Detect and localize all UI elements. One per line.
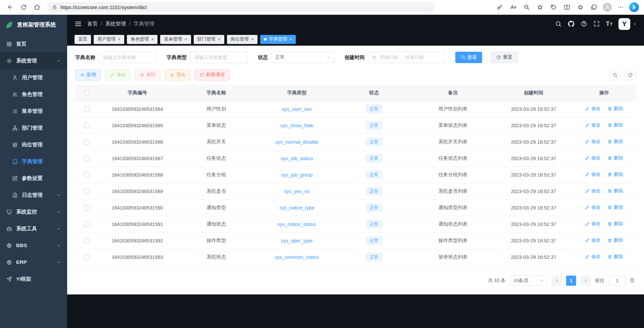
row-edit-button[interactable]: 修改 bbox=[585, 237, 601, 243]
row-delete-button[interactable]: 删除 bbox=[607, 172, 623, 178]
row-edit-button[interactable]: 修改 bbox=[585, 204, 601, 210]
next-page-button[interactable] bbox=[581, 276, 591, 286]
dict-name-input[interactable] bbox=[99, 52, 156, 63]
sidebar-item-yi-framework[interactable]: Yi框架 bbox=[0, 271, 67, 287]
collapse-menu-icon[interactable] bbox=[75, 20, 82, 28]
dict-type-link[interactable]: sys_user_sex bbox=[282, 106, 312, 112]
sidebar-group-log-mgmt[interactable]: 日志管理 bbox=[0, 187, 67, 203]
font-size-icon[interactable]: TT bbox=[606, 20, 612, 28]
breadcrumb-home[interactable]: 首页 bbox=[87, 20, 98, 28]
sidebar-group-bbs[interactable]: BBS bbox=[0, 237, 67, 254]
row-delete-button[interactable]: 删除 bbox=[607, 155, 623, 161]
zoom-button[interactable] bbox=[520, 2, 533, 13]
tab-user-mgmt[interactable]: 用户管理× bbox=[94, 35, 124, 44]
close-icon[interactable]: × bbox=[289, 37, 292, 42]
row-delete-button[interactable]: 删除 bbox=[607, 122, 623, 128]
search-icon[interactable] bbox=[555, 20, 562, 27]
row-edit-button[interactable]: 修改 bbox=[585, 254, 601, 260]
row-edit-button[interactable]: 修改 bbox=[585, 106, 601, 112]
close-icon[interactable]: × bbox=[218, 37, 221, 42]
select-all-checkbox[interactable] bbox=[84, 90, 90, 96]
row-edit-button[interactable]: 修改 bbox=[585, 155, 601, 161]
goto-page-input[interactable] bbox=[609, 276, 626, 286]
row-checkbox[interactable] bbox=[84, 254, 90, 260]
close-icon[interactable]: × bbox=[251, 37, 254, 42]
password-key-button[interactable] bbox=[493, 2, 506, 13]
row-checkbox[interactable] bbox=[84, 222, 90, 227]
help-icon[interactable] bbox=[581, 20, 587, 27]
refresh-table-button[interactable] bbox=[625, 69, 636, 81]
dict-type-link[interactable]: sys_oper_type bbox=[281, 238, 313, 243]
sidebar-item-role-mgmt[interactable]: 角色管理 bbox=[0, 86, 67, 103]
sidebar-item-dept-mgmt[interactable]: 部门管理 bbox=[0, 120, 67, 136]
prev-page-button[interactable] bbox=[552, 276, 562, 286]
row-checkbox[interactable] bbox=[84, 106, 90, 112]
dict-type-link[interactable]: sys_notice_status bbox=[277, 222, 316, 227]
tab-menu-mgmt[interactable]: 菜单管理× bbox=[160, 35, 191, 44]
user-avatar[interactable]: Y bbox=[618, 18, 630, 30]
dict-type-input[interactable] bbox=[190, 52, 248, 63]
more-button[interactable] bbox=[614, 2, 627, 13]
tab-role-mgmt[interactable]: 角色管理× bbox=[127, 35, 157, 44]
close-icon[interactable]: × bbox=[118, 37, 121, 42]
row-checkbox[interactable] bbox=[84, 123, 90, 128]
row-edit-button[interactable]: 修改 bbox=[585, 172, 601, 178]
browser-refresh-button[interactable] bbox=[17, 2, 30, 13]
row-checkbox[interactable] bbox=[84, 172, 90, 178]
collections-button[interactable] bbox=[587, 2, 600, 13]
search-button[interactable]: 搜索 bbox=[455, 52, 482, 63]
tab-dict-mgmt[interactable]: 字典管理× bbox=[260, 35, 296, 44]
row-checkbox[interactable] bbox=[84, 156, 90, 161]
dict-type-link[interactable]: sys_common_status bbox=[275, 254, 319, 260]
reset-button[interactable]: 重置 bbox=[491, 52, 518, 63]
current-page-button[interactable]: 1 bbox=[566, 276, 576, 286]
row-checkbox[interactable] bbox=[84, 139, 90, 145]
row-delete-button[interactable]: 删除 bbox=[607, 139, 623, 145]
delete-button[interactable]: 删除 bbox=[135, 69, 160, 81]
tab-dept-mgmt[interactable]: 部门管理× bbox=[194, 35, 224, 44]
favorites-button[interactable] bbox=[573, 2, 587, 13]
row-delete-button[interactable]: 删除 bbox=[607, 237, 623, 243]
dict-type-link[interactable]: sys_normal_disable bbox=[275, 139, 318, 145]
add-button[interactable]: 新增 bbox=[75, 69, 101, 81]
sidebar-item-dict-mgmt[interactable]: 字典管理 bbox=[0, 153, 67, 170]
bing-button[interactable]: b bbox=[627, 2, 641, 13]
shopping-button[interactable] bbox=[547, 2, 560, 13]
tab-home[interactable]: 首页 bbox=[75, 35, 91, 44]
status-select[interactable]: 正常 bbox=[271, 52, 334, 63]
edit-button[interactable]: 修改 bbox=[105, 69, 131, 81]
sidebar-item-home[interactable]: 首页 bbox=[0, 36, 67, 52]
tab-post-mgmt[interactable]: 岗位管理× bbox=[227, 35, 258, 44]
dict-type-link[interactable]: sys_notice_type bbox=[279, 205, 314, 210]
sidebar-group-system-tools[interactable]: 系统工具 bbox=[0, 220, 67, 237]
split-screen-button[interactable] bbox=[560, 2, 573, 13]
sidebar-item-menu-mgmt[interactable]: 菜单管理 bbox=[0, 103, 67, 120]
toggle-search-button[interactable] bbox=[609, 69, 620, 81]
sidebar-item-param-settings[interactable]: 参数设置 bbox=[0, 170, 67, 187]
url-bar[interactable]: https://ccnetcore.com:1101/system/dict bbox=[47, 2, 435, 12]
chevron-down-icon[interactable] bbox=[633, 22, 637, 26]
sidebar-item-post-mgmt[interactable]: 岗位管理 bbox=[0, 136, 67, 153]
refresh-cache-button[interactable]: 刷新缓存 bbox=[195, 69, 230, 81]
dict-type-link[interactable]: sys_job_status bbox=[281, 156, 313, 161]
row-delete-button[interactable]: 删除 bbox=[607, 221, 623, 227]
row-delete-button[interactable]: 删除 bbox=[607, 254, 623, 260]
row-checkbox[interactable] bbox=[84, 189, 90, 194]
row-edit-button[interactable]: 修改 bbox=[585, 122, 601, 128]
close-icon[interactable]: × bbox=[184, 37, 187, 42]
github-icon[interactable] bbox=[568, 20, 574, 27]
date-range-picker[interactable]: 开始日期 - 结束日期 bbox=[368, 52, 445, 63]
read-aloud-button[interactable] bbox=[506, 2, 520, 13]
row-checkbox[interactable] bbox=[84, 205, 90, 210]
row-delete-button[interactable]: 删除 bbox=[607, 106, 623, 112]
add-favorite-button[interactable] bbox=[533, 2, 547, 13]
dict-type-link[interactable]: sys_yes_no bbox=[284, 189, 310, 194]
breadcrumb-system-mgmt[interactable]: 系统管理 bbox=[105, 20, 126, 28]
sidebar-group-erp[interactable]: ERP bbox=[0, 254, 67, 271]
row-delete-button[interactable]: 删除 bbox=[607, 188, 623, 194]
sidebar-item-user-mgmt[interactable]: 用户管理 bbox=[0, 69, 67, 86]
back-button[interactable] bbox=[3, 2, 17, 13]
browser-home-button[interactable] bbox=[30, 2, 44, 13]
row-edit-button[interactable]: 修改 bbox=[585, 139, 601, 145]
row-edit-button[interactable]: 修改 bbox=[585, 188, 601, 194]
